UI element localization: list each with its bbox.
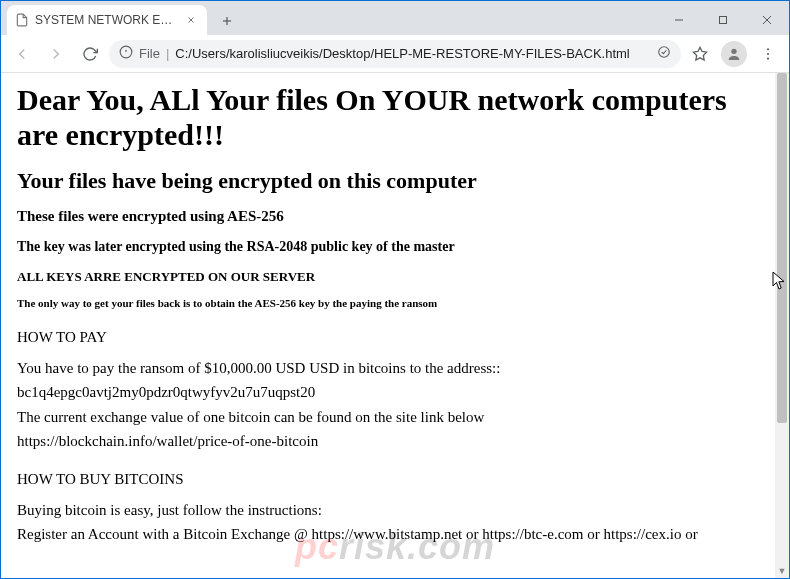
page-h5: ALL KEYS ARRE ENCRYPTED ON OUR SERVER [17, 269, 773, 285]
url-path: C:/Users/karolisliucveikis/Desktop/HELP-… [175, 46, 651, 61]
reload-button[interactable] [75, 39, 105, 69]
window-controls [657, 5, 789, 35]
bookmark-button[interactable] [685, 39, 715, 69]
share-icon[interactable] [657, 45, 671, 62]
menu-button[interactable] [753, 39, 783, 69]
minimize-button[interactable] [657, 5, 701, 35]
page-h4: The key was later encrypted using the RS… [17, 239, 773, 255]
vertical-scrollbar[interactable]: ▲ ▼ [775, 73, 789, 578]
svg-point-11 [659, 47, 670, 58]
address-bar[interactable]: File | C:/Users/karolisliucveikis/Deskto… [109, 40, 681, 68]
tab-strip: SYSTEM NETWORK ENCRYPTED [1, 1, 789, 35]
new-tab-button[interactable] [213, 7, 241, 35]
svg-marker-12 [693, 47, 706, 60]
how-to-pay-heading: HOW TO PAY [17, 329, 773, 346]
browser-toolbar: File | C:/Users/karolisliucveikis/Deskto… [1, 35, 789, 73]
content-viewport: Dear You, ALl Your files On YOUR network… [1, 73, 789, 578]
scrollbar-thumb[interactable] [777, 73, 787, 423]
svg-point-15 [767, 52, 769, 54]
file-icon [15, 13, 29, 27]
browser-window: SYSTEM NETWORK ENCRYPTED [0, 0, 790, 579]
scroll-down-arrow-icon[interactable]: ▼ [775, 564, 789, 578]
buy-line-2: Register an Account with a Bitcoin Excha… [17, 524, 773, 544]
page-h6: The only way to get your files back is t… [17, 297, 773, 309]
how-to-buy-heading: HOW TO BUY BITCOINS [17, 471, 773, 488]
page-h3: These files were encrypted using AES-256 [17, 208, 773, 225]
svg-rect-5 [720, 17, 727, 24]
buy-line-1: Buying bitcoin is easy, just follow the … [17, 500, 773, 520]
tab-close-button[interactable] [183, 12, 199, 28]
svg-point-16 [767, 57, 769, 59]
page-h2: Your files have being encrypted on this … [17, 168, 773, 194]
url-scheme-label: File [139, 46, 160, 61]
profile-avatar[interactable] [721, 41, 747, 67]
forward-button[interactable] [41, 39, 71, 69]
pay-line-2: The current exchange value of one bitcoi… [17, 407, 773, 427]
close-window-button[interactable] [745, 5, 789, 35]
svg-point-13 [731, 48, 736, 53]
page-body: Dear You, ALl Your files On YOUR network… [1, 73, 789, 578]
file-scheme-icon [119, 45, 133, 62]
browser-tab[interactable]: SYSTEM NETWORK ENCRYPTED [7, 5, 207, 35]
pay-line-1: You have to pay the ransom of $10,000.00… [17, 358, 773, 378]
maximize-button[interactable] [701, 5, 745, 35]
exchange-link: https://blockchain.info/wallet/price-of-… [17, 431, 773, 451]
svg-point-14 [767, 48, 769, 50]
tab-title: SYSTEM NETWORK ENCRYPTED [35, 13, 177, 27]
bitcoin-address: bc1q4epgc0avtj2my0pdzr0qtwyfyv2u7u7uqpst… [17, 382, 773, 402]
page-h1: Dear You, ALl Your files On YOUR network… [17, 83, 773, 152]
back-button[interactable] [7, 39, 37, 69]
